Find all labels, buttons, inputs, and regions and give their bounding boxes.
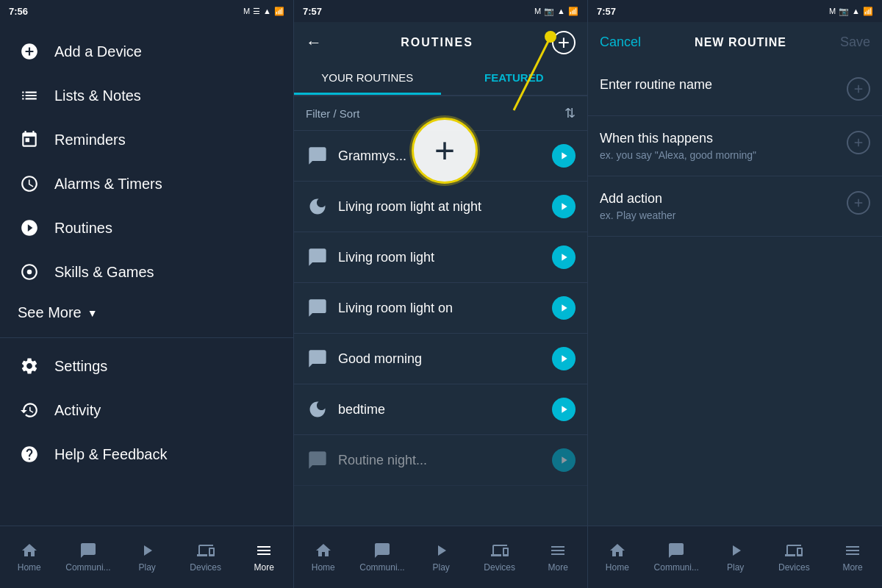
menu-item-activity[interactable]: Activity	[0, 388, 293, 432]
see-more-toggle[interactable]: See More ▼	[0, 294, 293, 331]
menu-item-settings[interactable]: Settings	[0, 344, 293, 388]
routine-item-light-night[interactable]: Living room light at night	[294, 182, 587, 232]
communicate-icon-right	[667, 542, 685, 559]
panel-left: 7:56 M ☰ ▲ 📶 Add a Device Lists & Notes	[0, 0, 294, 588]
add-routine-name-button[interactable]	[847, 77, 870, 101]
routine-item-light[interactable]: Living room light	[294, 232, 587, 283]
form-item-name-content: Enter routine name	[600, 77, 835, 96]
menu-item-reminders[interactable]: Reminders	[0, 118, 293, 162]
form-item-when-content: When this happens ex. you say "Alexa, go…	[600, 131, 835, 161]
routine-name-label: Enter routine name	[600, 77, 835, 93]
play-button-light-night[interactable]	[552, 195, 576, 218]
sort-icon[interactable]: ⇅	[564, 105, 576, 121]
panel-right: 7:57 M 📷 ▲ 📶 Cancel NEW ROUTINE Save Ent…	[588, 0, 882, 588]
nav-home-left[interactable]: Home	[7, 542, 51, 573]
clock-icon	[18, 172, 41, 196]
nav-more-left[interactable]: More	[242, 542, 286, 573]
play-icon-middle	[432, 542, 450, 559]
play-button-bedtime[interactable]	[552, 398, 576, 421]
routine-name-light-night: Living room light at night	[338, 199, 543, 215]
svg-point-0	[27, 270, 32, 275]
play-button-grammys[interactable]	[552, 144, 576, 168]
menu-item-reminders-label: Reminders	[54, 132, 126, 148]
add-when-button[interactable]	[847, 131, 870, 154]
menu-item-help-feedback[interactable]: Help & Feedback	[0, 432, 293, 476]
tab-your-routines[interactable]: YOUR ROUTINES	[294, 62, 441, 95]
play-button-good-morning[interactable]	[552, 347, 576, 370]
form-item-when[interactable]: When this happens ex. you say "Alexa, go…	[588, 116, 882, 176]
routines-icon	[18, 216, 41, 240]
save-button[interactable]: Save	[840, 35, 870, 50]
communicate-icon	[79, 542, 97, 559]
bottom-nav-left: Home Communi... Play Devices More	[0, 526, 293, 588]
bottom-nav-middle: Home Communi... Play Devices More	[294, 526, 587, 588]
nav-more-right[interactable]: More	[831, 542, 875, 573]
nav-devices-middle[interactable]: Devices	[478, 542, 522, 573]
nav-home-middle[interactable]: Home	[301, 542, 345, 573]
menu-item-alarms-timers[interactable]: Alarms & Timers	[0, 162, 293, 206]
nav-communicate-right[interactable]: Communi...	[654, 542, 699, 573]
more-icon-right	[844, 542, 861, 559]
nav-play-right[interactable]: Play	[714, 542, 758, 573]
nav-communicate-left[interactable]: Communi...	[65, 542, 110, 573]
menu-item-skills-games[interactable]: Skills & Games	[0, 250, 293, 294]
home-icon	[21, 542, 38, 559]
status-bar-left: 7:56 M ☰ ▲ 📶	[0, 0, 293, 22]
menu-item-activity-label: Activity	[54, 402, 101, 419]
new-routine-header: Cancel NEW ROUTINE Save	[588, 22, 882, 62]
routine-chat-icon-1	[306, 195, 329, 218]
routine-name-bedtime: bedtime	[338, 402, 543, 417]
chevron-down-icon: ▼	[87, 307, 98, 319]
menu-item-routines[interactable]: Routines	[0, 206, 293, 250]
nav-play-left[interactable]: Play	[125, 542, 169, 573]
menu-item-lists-notes[interactable]: Lists & Notes	[0, 74, 293, 118]
routines-title: ROUTINES	[401, 36, 473, 49]
filter-sort-label[interactable]: Filter / Sort	[306, 107, 359, 120]
home-icon-right	[609, 542, 626, 559]
routine-list: Grammys... Living room light at night Li…	[294, 131, 587, 526]
form-item-routine-name[interactable]: Enter routine name	[588, 62, 882, 116]
more-icon-middle	[549, 542, 567, 559]
status-bar-middle: 7:57 M 📷 ▲ 📶	[294, 0, 587, 22]
back-button[interactable]: ←	[306, 33, 322, 52]
play-button-light[interactable]	[552, 245, 576, 269]
time-middle: 7:57	[303, 6, 322, 17]
plus-circle-icon	[18, 40, 41, 63]
nav-play-middle[interactable]: Play	[419, 542, 463, 573]
play-button-light-on[interactable]	[552, 296, 576, 320]
form-item-action[interactable]: Add action ex. Play weather	[588, 176, 882, 237]
routine-chat-icon-6	[306, 448, 329, 472]
new-routine-form: Enter routine name When this happens ex.…	[588, 62, 882, 526]
routine-name-partial: Routine night...	[338, 453, 543, 468]
menu-item-help-feedback-label: Help & Feedback	[54, 446, 167, 463]
nav-communicate-middle[interactable]: Communi...	[359, 542, 404, 573]
nav-home-right[interactable]: Home	[595, 542, 639, 573]
routine-item-good-morning[interactable]: Good morning	[294, 334, 587, 384]
devices-icon-left	[197, 542, 215, 559]
routine-item-light-on[interactable]: Living room light on	[294, 283, 587, 334]
add-action-button[interactable]	[847, 191, 870, 215]
routine-item-partial[interactable]: Routine night...	[294, 435, 587, 486]
nav-more-middle[interactable]: More	[536, 542, 580, 573]
menu-divider	[0, 337, 293, 338]
time-left: 7:56	[9, 6, 28, 17]
routine-chat-icon-3	[306, 296, 329, 320]
menu-item-alarms-timers-label: Alarms & Timers	[54, 176, 162, 193]
menu-item-skills-games-label: Skills & Games	[54, 264, 154, 281]
reminder-icon	[18, 128, 41, 151]
annotation-line	[470, 29, 558, 118]
communicate-icon-middle	[373, 542, 391, 559]
routine-item-bedtime[interactable]: bedtime	[294, 384, 587, 435]
play-button-partial[interactable]	[552, 448, 576, 472]
nav-devices-left[interactable]: Devices	[184, 542, 228, 573]
menu-item-add-device[interactable]: Add a Device	[0, 29, 293, 74]
nav-devices-right[interactable]: Devices	[772, 542, 816, 573]
routine-chat-icon-2	[306, 245, 329, 269]
devices-icon-right	[785, 542, 803, 559]
menu-list: Add a Device Lists & Notes Reminders Ala…	[0, 22, 293, 526]
help-icon	[18, 442, 41, 466]
cancel-button[interactable]: Cancel	[600, 35, 641, 50]
menu-item-add-device-label: Add a Device	[54, 43, 142, 60]
when-hint: ex. you say "Alexa, good morning"	[600, 149, 835, 161]
when-label: When this happens	[600, 131, 835, 146]
